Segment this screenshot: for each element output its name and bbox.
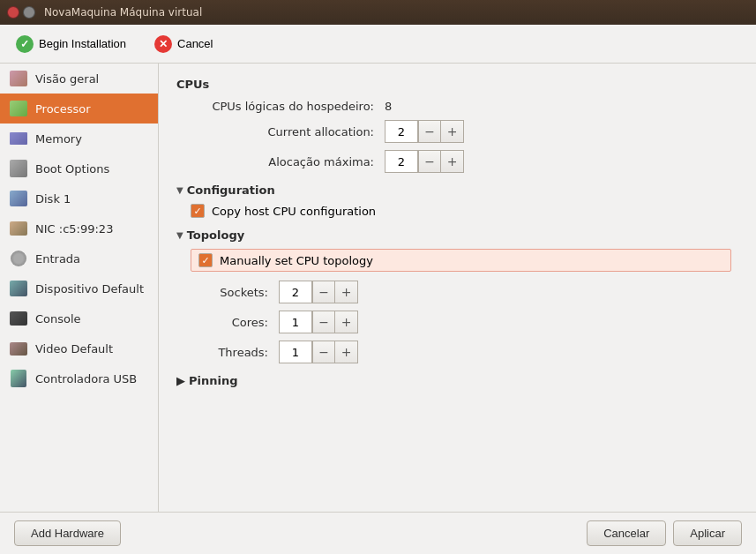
cores-increment[interactable]: + [335, 311, 358, 333]
manually-set-checkmark: ✓ [201, 255, 209, 266]
sockets-spinner: 2 − + [279, 281, 358, 303]
copy-host-cpu-row: ✓ Copy host CPU configuration [176, 204, 738, 218]
sidebar-item-video[interactable]: Video Default [0, 333, 158, 363]
topology-title: Topology [187, 228, 244, 242]
boot-icon [9, 159, 28, 178]
threads-value: 1 [279, 341, 312, 363]
content-area: CPUs CPUs lógicas do hospedeiro: 8 Curre… [159, 64, 756, 512]
sidebar-label-processor: Processor [35, 102, 91, 116]
sidebar-item-usb[interactable]: Controladora USB [0, 363, 158, 393]
max-allocation-increment[interactable]: + [441, 150, 464, 173]
topology-section-header[interactable]: ▼ Topology [176, 228, 738, 242]
overview-icon [9, 69, 28, 88]
minimize-button[interactable] [23, 6, 35, 19]
current-allocation-row: Current allocation: 2 − + [176, 120, 738, 143]
max-allocation-decrement[interactable]: − [418, 150, 441, 173]
sidebar-label-visao-geral: Visão geral [35, 72, 99, 86]
close-button[interactable] [7, 6, 19, 19]
cancel-button[interactable]: ✕ Cancel [147, 32, 220, 56]
threads-label: Threads: [191, 346, 279, 359]
sidebar-item-console[interactable]: Console [0, 303, 158, 333]
add-hardware-button[interactable]: Add Hardware [14, 520, 121, 546]
toolbar: ✓ Begin Installation ✕ Cancel [0, 25, 756, 64]
cores-value: 1 [279, 311, 312, 333]
video-icon [9, 339, 28, 358]
manually-set-topology-row: ✓ Manually set CPU topology [191, 249, 731, 272]
sidebar-item-dispositivo[interactable]: Dispositivo Default [0, 273, 158, 303]
sidebar-item-nic[interactable]: NIC :c5:99:23 [0, 213, 158, 243]
cancelar-button[interactable]: Cancelar [587, 520, 666, 546]
disk-icon [9, 189, 28, 208]
sidebar-label-console: Console [35, 312, 81, 326]
cores-label: Cores: [191, 316, 279, 329]
begin-installation-label: Begin Installation [39, 37, 126, 50]
max-allocation-row: Alocação máxima: 2 − + [176, 150, 738, 173]
sidebar-item-processor[interactable]: Processor [0, 94, 158, 124]
begin-installation-button[interactable]: ✓ Begin Installation [9, 32, 133, 56]
pinning-section-header[interactable]: ▶ Pinning [176, 374, 738, 387]
processor-icon [9, 99, 28, 118]
copy-host-checkmark: ✓ [193, 206, 201, 217]
pinning-title: Pinning [189, 374, 238, 387]
sidebar-label-usb: Controladora USB [35, 372, 137, 386]
configuration-title: Configuration [187, 183, 275, 197]
sidebar-label-dispositivo: Dispositivo Default [35, 282, 144, 296]
threads-spinner: 1 − + [279, 341, 358, 363]
cores-decrement[interactable]: − [312, 311, 335, 333]
sockets-increment[interactable]: + [335, 281, 358, 303]
sockets-row: Sockets: 2 − + [176, 281, 738, 303]
sidebar-item-memory[interactable]: Memory [0, 124, 158, 153]
aplicar-button[interactable]: Aplicar [673, 520, 742, 546]
sockets-label: Sockets: [191, 286, 279, 299]
sidebar-label-entrada: Entrada [35, 252, 80, 266]
titlebar-buttons [7, 6, 35, 19]
titlebar: NovaMaquina Máquina virtual [0, 0, 756, 25]
console-icon [9, 309, 28, 328]
sidebar-label-disk1: Disk 1 [35, 192, 71, 206]
max-allocation-label: Alocação máxima: [191, 155, 385, 168]
current-allocation-value: 2 [385, 120, 418, 143]
sockets-value: 2 [279, 281, 312, 303]
copy-host-cpu-label: Copy host CPU configuration [212, 205, 376, 218]
cancel-label: Cancel [177, 37, 213, 50]
sidebar-item-visao-geral[interactable]: Visão geral [0, 64, 158, 94]
manually-set-topology-checkbox[interactable]: ✓ [198, 253, 213, 267]
device-icon [9, 279, 28, 298]
sidebar: Visão geral Processor Memory Boot Option… [0, 64, 159, 512]
logical-cpus-label: CPUs lógicas do hospedeiro: [191, 100, 385, 113]
threads-decrement[interactable]: − [312, 341, 335, 363]
check-icon: ✓ [16, 35, 34, 53]
window-title: NovaMaquina Máquina virtual [44, 6, 202, 19]
copy-host-cpu-checkbox[interactable]: ✓ [191, 204, 205, 218]
sidebar-label-nic: NIC :c5:99:23 [35, 222, 113, 236]
current-allocation-label: Current allocation: [191, 125, 385, 138]
current-allocation-decrement[interactable]: − [418, 120, 441, 143]
max-allocation-spinner: 2 − + [385, 150, 464, 173]
memory-icon [9, 129, 28, 148]
sidebar-item-disk1[interactable]: Disk 1 [0, 183, 158, 213]
logical-cpus-value: 8 [385, 100, 392, 113]
manually-set-topology-label: Manually set CPU topology [220, 254, 373, 267]
cores-spinner: 1 − + [279, 311, 358, 333]
sidebar-item-entrada[interactable]: Entrada [0, 243, 158, 273]
sockets-decrement[interactable]: − [312, 281, 335, 303]
footer-right: Cancelar Aplicar [587, 520, 742, 546]
input-icon [9, 249, 28, 268]
usb-icon [9, 369, 28, 388]
threads-row: Threads: 1 − + [176, 341, 738, 363]
configuration-triangle: ▼ [176, 185, 183, 195]
sidebar-item-boot-options[interactable]: Boot Options [0, 153, 158, 183]
topology-triangle: ▼ [176, 230, 183, 240]
current-allocation-spinner: 2 − + [385, 120, 464, 143]
nic-icon [9, 219, 28, 238]
main-layout: Visão geral Processor Memory Boot Option… [0, 64, 756, 512]
cancel-icon: ✕ [154, 35, 172, 53]
pinning-triangle: ▶ [176, 374, 185, 387]
configuration-section-header[interactable]: ▼ Configuration [176, 183, 738, 197]
cores-row: Cores: 1 − + [176, 311, 738, 333]
footer-left: Add Hardware [14, 520, 121, 546]
threads-increment[interactable]: + [335, 341, 358, 363]
cpu-section-title: CPUs [176, 78, 738, 91]
current-allocation-increment[interactable]: + [441, 120, 464, 143]
footer: Add Hardware Cancelar Aplicar [0, 512, 756, 554]
